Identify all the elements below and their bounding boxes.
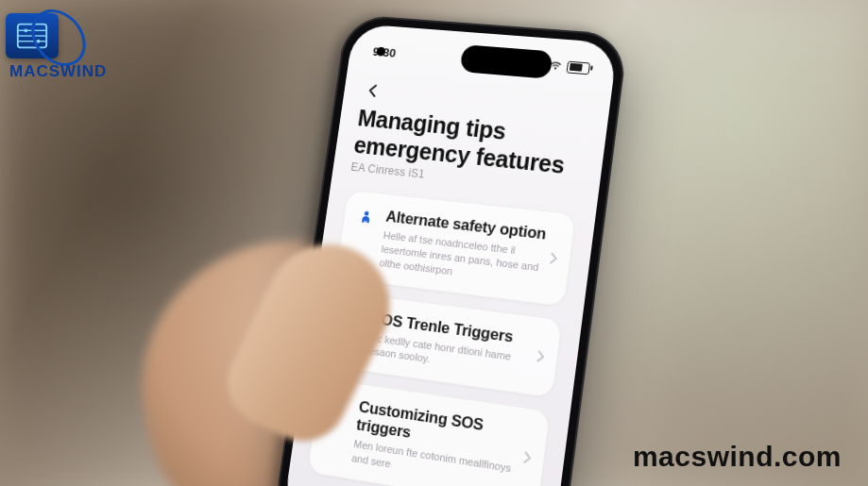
photo-background: MACSWIND macswind.com 9:30 Man [0,0,868,486]
dynamic-island [460,44,553,79]
chevron-right-icon [535,349,546,364]
watermark-text: macswind.com [633,441,842,473]
person-safety-icon [354,205,379,229]
battery-icon [567,60,591,75]
chevron-right-icon [521,450,533,465]
brand-logo [6,13,59,59]
svg-point-4 [24,28,27,32]
chevron-right-icon [548,251,559,265]
logo-text: MACSWIND [9,62,107,81]
back-button[interactable] [361,78,387,104]
arrow-left-icon [365,82,383,100]
svg-point-6 [365,211,369,216]
